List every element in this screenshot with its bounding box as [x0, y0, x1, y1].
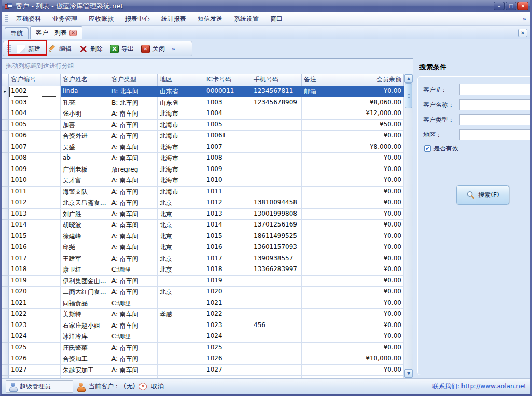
cell-r23-c1[interactable]: 庄氏酱菜 [61, 343, 109, 354]
cell-r25-c2[interactable]: A: 南车间 [109, 365, 158, 376]
cell-r0-c4[interactable]: 0000011 [204, 86, 251, 97]
cell-r4-c2[interactable]: A: 南车间 [109, 131, 158, 142]
cell-r2-c5[interactable] [251, 108, 302, 120]
cell-r20-c6[interactable] [302, 309, 349, 320]
tabstrip-close-icon[interactable]: ✕ [518, 29, 527, 37]
cell-r13-c2[interactable]: A: 南车间 [109, 231, 158, 243]
cell-r11-c3[interactable]: 北京 [158, 209, 204, 220]
table-row[interactable]: 1027朱越安加工A: 南车间1027¥0.00 [2, 365, 404, 376]
cell-r3-c3[interactable]: 北海市 [158, 120, 204, 131]
toolbar-delete-button[interactable]: 删除 [75, 43, 106, 55]
tab-close-icon[interactable]: ✕ [69, 30, 77, 36]
search-input-0[interactable] [459, 84, 530, 95]
cell-r22-c1[interactable]: 冰洋冷库 [61, 331, 109, 343]
search-button[interactable]: 搜索(F) [456, 185, 509, 205]
scrollbar-track[interactable] [404, 109, 413, 369]
cell-r5-c0[interactable]: 1007 [9, 142, 61, 153]
cell-r12-c6[interactable] [302, 220, 349, 231]
column-header-4[interactable]: IC卡号码 [204, 74, 251, 86]
table-row[interactable]: 1004张小明A: 南车间北海市1004¥12,000.00 [2, 108, 404, 120]
cell-r7-c5[interactable] [251, 164, 302, 176]
cell-r18-c3[interactable]: 北京 [158, 287, 204, 298]
cell-r23-c7[interactable]: ¥0.00 [349, 343, 404, 354]
cell-r26-c7[interactable]: ¥0.00 [349, 376, 404, 378]
toolbar-overflow-chevron-icon[interactable]: » [169, 46, 178, 52]
cell-r2-c3[interactable]: 北海市 [158, 108, 204, 120]
group-by-panel[interactable]: 拖动列标题到这进行分组 [2, 59, 413, 74]
toolbar-grip-handle[interactable] [7, 45, 11, 53]
cell-r11-c2[interactable]: A: 南车间 [109, 209, 158, 220]
cell-r2-c2[interactable]: A: 南车间 [109, 108, 158, 120]
cell-r14-c3[interactable]: 北京 [158, 242, 204, 253]
cell-r5-c4[interactable]: 1007 [204, 142, 251, 153]
column-header-0[interactable]: 客户编号 [9, 74, 61, 86]
cell-r10-c3[interactable]: 北京 [158, 197, 204, 209]
cell-r19-c4[interactable]: 1021 [204, 298, 251, 309]
cell-r15-c6[interactable] [302, 253, 349, 265]
toolbar-edit-button[interactable]: 编辑 [44, 43, 75, 55]
cell-r17-c5[interactable] [251, 276, 302, 287]
toolbar-close-button[interactable]: ✕关闭 [137, 43, 169, 55]
cell-r11-c7[interactable]: ¥0.00 [349, 209, 404, 220]
contact-us-link[interactable]: 联系我们: http://www.aolan.net [432, 382, 526, 391]
cell-r14-c5[interactable]: 13601157093 [251, 242, 302, 253]
cell-r21-c0[interactable]: 1023 [9, 320, 61, 332]
cell-r8-c1[interactable]: 吴才富 [61, 175, 109, 187]
column-header-6[interactable]: 备注 [302, 74, 349, 86]
table-row[interactable]: 1011海警支队A: 南车间北海市1011¥0.00 [2, 187, 404, 198]
cell-r7-c4[interactable]: 1009 [204, 164, 251, 176]
menu-overflow-chevron-icon[interactable]: » [520, 16, 529, 22]
cell-r1-c5[interactable]: 12345678909 [251, 97, 302, 109]
menu-item-4[interactable]: 统计报表 [156, 13, 192, 25]
cell-r9-c7[interactable]: ¥0.00 [349, 187, 404, 198]
cell-r25-c3[interactable] [158, 365, 204, 376]
cell-r22-c4[interactable]: 1024 [204, 331, 251, 343]
cell-r23-c6[interactable] [302, 343, 349, 354]
cell-r12-c1[interactable]: 胡晓波 [61, 220, 109, 231]
cell-r10-c6[interactable] [302, 197, 349, 209]
cell-r18-c2[interactable]: A: 南车间 [109, 287, 158, 298]
cell-r8-c4[interactable]: 1010 [204, 175, 251, 187]
cell-r11-c1[interactable]: 刘广胜 [61, 209, 109, 220]
cell-r19-c0[interactable]: 1021 [9, 298, 61, 309]
cell-r10-c4[interactable]: 1012 [204, 197, 251, 209]
cell-r24-c3[interactable] [158, 353, 204, 365]
cell-r16-c0[interactable]: 1018 [9, 264, 61, 276]
table-row[interactable]: 1012北京天昌斋食...A: 南车间北京101213810094458¥0.0… [2, 197, 404, 209]
cell-r22-c2[interactable]: C:调理 [109, 331, 158, 343]
cell-r9-c3[interactable]: 北海市 [158, 187, 204, 198]
cell-r24-c0[interactable]: 1026 [9, 353, 61, 365]
cell-r19-c6[interactable] [302, 298, 349, 309]
cell-r4-c5[interactable] [251, 131, 302, 142]
cell-r11-c0[interactable]: 1013 [9, 209, 61, 220]
cell-r0-c1[interactable]: linda [61, 86, 109, 97]
table-row[interactable]: 1021同福食品C:调理1021¥0.00 [2, 298, 404, 309]
cell-r14-c1[interactable]: 邱尧 [61, 242, 109, 253]
cell-r1-c1[interactable]: 孔亮 [61, 97, 109, 109]
cell-r15-c7[interactable]: ¥0.00 [349, 253, 404, 265]
cell-r20-c4[interactable]: 1022 [204, 309, 251, 320]
cell-r12-c2[interactable]: A: 南车间 [109, 220, 158, 231]
cell-r20-c7[interactable]: ¥0.00 [349, 309, 404, 320]
cell-r14-c2[interactable]: A: 南车间 [109, 242, 158, 253]
cell-r0-c6[interactable]: 邮箱 [302, 86, 349, 97]
cell-r2-c0[interactable]: 1004 [9, 108, 61, 120]
cell-r19-c5[interactable] [251, 298, 302, 309]
cell-r22-c5[interactable] [251, 331, 302, 343]
cell-r9-c2[interactable]: A: 南车间 [109, 187, 158, 198]
cell-r8-c0[interactable]: 1010 [9, 175, 61, 187]
cell-r21-c6[interactable] [302, 320, 349, 332]
cell-r3-c6[interactable] [302, 120, 349, 131]
table-row[interactable]: 1023石家庄赵小姐A: 南车间1023456¥0.00 [2, 320, 404, 332]
cell-r9-c5[interactable] [251, 187, 302, 198]
search-input-1[interactable] [459, 99, 530, 110]
cell-r19-c7[interactable]: ¥0.00 [349, 298, 404, 309]
cell-r17-c2[interactable]: A: 南车间 [109, 276, 158, 287]
cell-r17-c3[interactable] [158, 276, 204, 287]
cell-r11-c6[interactable] [302, 209, 349, 220]
cell-r21-c5[interactable]: 456 [251, 320, 302, 332]
cell-r5-c6[interactable] [302, 142, 349, 153]
column-header-7[interactable]: 会员余额 [349, 74, 404, 86]
cell-r8-c3[interactable]: 北海市 [158, 175, 204, 187]
cell-r10-c1[interactable]: 北京天昌斋食... [61, 197, 109, 209]
